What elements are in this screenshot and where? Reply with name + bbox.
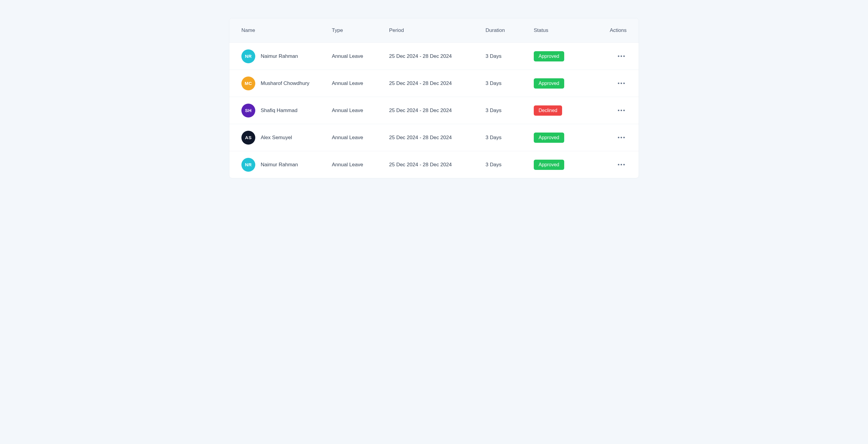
row-actions-button[interactable] — [616, 135, 627, 140]
employee-name: Musharof Chowdhury — [261, 81, 310, 87]
cell-period: 25 Dec 2024 - 28 Dec 2024 — [389, 53, 486, 59]
leave-type: Annual Leave — [332, 81, 363, 86]
cell-type: Annual Leave — [332, 53, 389, 59]
status-badge: Approved — [534, 78, 564, 89]
column-header-duration: Duration — [486, 27, 534, 33]
column-header-actions: Actions — [600, 27, 627, 33]
leave-period: 25 Dec 2024 - 28 Dec 2024 — [389, 107, 452, 113]
leave-type: Annual Leave — [332, 162, 363, 167]
employee-name: Shafiq Hammad — [261, 107, 298, 114]
cell-period: 25 Dec 2024 - 28 Dec 2024 — [389, 81, 486, 87]
avatar: NR — [241, 158, 255, 172]
avatar: AS — [241, 131, 255, 145]
cell-actions — [600, 108, 627, 113]
table-header: Name Type Period Duration Status Actions — [229, 19, 639, 42]
column-header-period: Period — [389, 27, 486, 33]
leave-period: 25 Dec 2024 - 28 Dec 2024 — [389, 135, 452, 140]
cell-name: MCMusharof Chowdhury — [241, 76, 332, 90]
cell-period: 25 Dec 2024 - 28 Dec 2024 — [389, 107, 486, 114]
table-row: NRNaimur RahmanAnnual Leave25 Dec 2024 -… — [229, 42, 639, 70]
avatar: NR — [241, 50, 255, 63]
cell-status: Approved — [534, 160, 600, 170]
cell-name: NRNaimur Rahman — [241, 158, 332, 172]
leave-type: Annual Leave — [332, 53, 363, 59]
column-header-name: Name — [241, 27, 332, 33]
cell-type: Annual Leave — [332, 135, 389, 141]
leave-duration: 3 Days — [486, 107, 501, 113]
cell-duration: 3 Days — [486, 81, 534, 87]
leave-period: 25 Dec 2024 - 28 Dec 2024 — [389, 53, 452, 59]
leave-duration: 3 Days — [486, 53, 501, 59]
cell-period: 25 Dec 2024 - 28 Dec 2024 — [389, 135, 486, 141]
cell-name: SHShafiq Hammad — [241, 104, 332, 118]
leave-requests-table: Name Type Period Duration Status Actions… — [229, 18, 639, 178]
cell-status: Approved — [534, 51, 600, 61]
cell-actions — [600, 81, 627, 86]
more-horizontal-icon — [618, 83, 625, 84]
leave-period: 25 Dec 2024 - 28 Dec 2024 — [389, 162, 452, 167]
status-badge: Approved — [534, 160, 564, 170]
cell-actions — [600, 54, 627, 59]
leave-type: Annual Leave — [332, 135, 363, 140]
more-horizontal-icon — [618, 109, 625, 111]
leave-duration: 3 Days — [486, 81, 501, 86]
avatar: SH — [241, 104, 255, 118]
table-row: SHShafiq HammadAnnual Leave25 Dec 2024 -… — [229, 97, 639, 124]
column-header-status: Status — [534, 27, 600, 33]
leave-type: Annual Leave — [332, 107, 363, 113]
cell-duration: 3 Days — [486, 135, 534, 141]
table-row: ASAlex SemuyelAnnual Leave25 Dec 2024 - … — [229, 124, 639, 151]
cell-type: Annual Leave — [332, 162, 389, 168]
status-badge: Approved — [534, 51, 564, 61]
employee-name: Naimur Rahman — [261, 162, 298, 168]
cell-actions — [600, 162, 627, 167]
more-horizontal-icon — [618, 164, 625, 165]
cell-duration: 3 Days — [486, 107, 534, 114]
more-horizontal-icon — [618, 56, 625, 57]
cell-duration: 3 Days — [486, 53, 534, 59]
row-actions-button[interactable] — [616, 54, 627, 59]
leave-duration: 3 Days — [486, 162, 501, 167]
row-actions-button[interactable] — [616, 81, 627, 86]
status-badge: Declined — [534, 105, 562, 116]
more-horizontal-icon — [618, 137, 625, 138]
column-header-type: Type — [332, 27, 389, 33]
leave-period: 25 Dec 2024 - 28 Dec 2024 — [389, 81, 452, 86]
row-actions-button[interactable] — [616, 162, 627, 167]
leave-duration: 3 Days — [486, 135, 501, 140]
table-row: NRNaimur RahmanAnnual Leave25 Dec 2024 -… — [229, 151, 639, 178]
cell-actions — [600, 135, 627, 140]
table-body: NRNaimur RahmanAnnual Leave25 Dec 2024 -… — [229, 42, 639, 178]
avatar: MC — [241, 76, 255, 90]
employee-name: Alex Semuyel — [261, 135, 292, 141]
status-badge: Approved — [534, 132, 564, 143]
employee-name: Naimur Rahman — [261, 53, 298, 59]
cell-status: Approved — [534, 132, 600, 143]
cell-name: NRNaimur Rahman — [241, 50, 332, 63]
cell-status: Declined — [534, 105, 600, 116]
table-row: MCMusharof ChowdhuryAnnual Leave25 Dec 2… — [229, 70, 639, 97]
cell-type: Annual Leave — [332, 81, 389, 87]
cell-type: Annual Leave — [332, 107, 389, 114]
cell-duration: 3 Days — [486, 162, 534, 168]
row-actions-button[interactable] — [616, 108, 627, 113]
cell-status: Approved — [534, 78, 600, 89]
cell-name: ASAlex Semuyel — [241, 131, 332, 145]
cell-period: 25 Dec 2024 - 28 Dec 2024 — [389, 162, 486, 168]
